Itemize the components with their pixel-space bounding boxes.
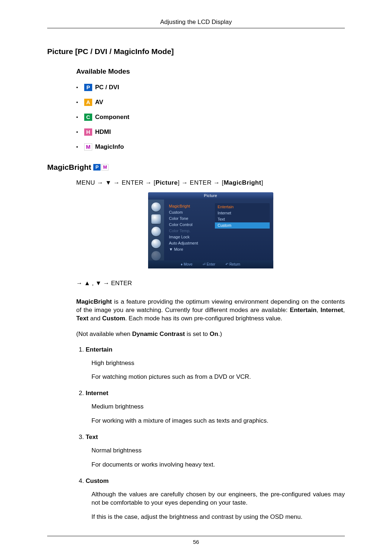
list-item-text: For working with a mixture of images suc… <box>91 417 345 425</box>
osd-footer-return: ↶ Return <box>225 262 240 267</box>
nav-path-bold: Picture <box>156 179 178 186</box>
osd-option: Custom <box>215 222 270 229</box>
list-item-text: Normal brightness <box>91 447 345 455</box>
page-number: 56 <box>193 539 199 545</box>
osd-side-icon <box>151 214 161 224</box>
bullet-icon: • <box>76 129 84 136</box>
osd-item: Color Control <box>169 222 213 228</box>
nav-path: MENU → ▼ → ENTER → [Picture] → ENTER → [… <box>76 179 345 187</box>
nav-path-seg: ] <box>261 179 263 186</box>
osd-option: Entertain <box>215 204 270 210</box>
list-item-text: High brightness <box>91 359 345 368</box>
mode-label: PC / DVI <box>95 83 119 92</box>
mode-label: MagicInfo <box>95 143 124 151</box>
section-title: Picture [PC / DVI / MagicInfo Mode] <box>47 46 345 57</box>
feature-title-text: MagicBright <box>47 162 91 172</box>
mode-item: • M MagicInfo <box>76 143 345 151</box>
mode-badge-m: M <box>84 143 92 151</box>
title-badge-p-icon: P <box>93 164 101 171</box>
osd-option: Internet <box>215 210 270 216</box>
list-item-text: Medium brightness <box>91 403 345 411</box>
osd-item: Color Tone <box>169 216 213 222</box>
list-item-title: Custom <box>86 477 345 485</box>
mode-badge-p: P <box>84 84 92 91</box>
feature-title: MagicBright P M <box>47 162 345 172</box>
osd-item: Custom <box>169 209 213 216</box>
osd-option: Text <box>215 216 270 222</box>
nav-path-seg: MENU → ▼ → ENTER → [ <box>76 179 156 186</box>
desc-mode: Custom <box>102 315 125 322</box>
nav-path-seg: ] → ENTER → [ <box>178 179 224 186</box>
osd-title: Picture <box>148 192 273 200</box>
osd-footer-move: ♦ Move <box>181 262 192 267</box>
osd-sidebar <box>148 200 164 260</box>
osd-footer: ♦ Move ⏎ Enter ↶ Return <box>148 260 273 268</box>
mode-badge-h: H <box>84 128 92 136</box>
osd-side-icon <box>151 227 161 236</box>
osd-menu-left: MagicBright Custom Color Tone Color Cont… <box>169 203 213 258</box>
bullet-icon: • <box>76 114 84 121</box>
title-badge-m-icon: M <box>101 164 109 171</box>
desc-mode: Text <box>76 315 89 322</box>
note-seg: is set to <box>185 331 210 337</box>
osd-item: Color Temp. <box>169 228 213 234</box>
bullet-icon: • <box>76 84 84 91</box>
mode-label: AV <box>95 98 103 107</box>
page-footer: 56 <box>47 536 345 546</box>
list-item: Entertain High brightness For watching m… <box>86 346 345 382</box>
mode-item: • H HDMI <box>76 128 345 136</box>
list-item-text: For documents or works involving heavy t… <box>91 461 345 469</box>
nav-path-bold: MagicBright <box>224 179 261 186</box>
list-item-title: Internet <box>86 389 345 398</box>
feature-description: MagicBright is a feature providing the o… <box>76 298 345 323</box>
mode-badge-a: A <box>84 99 92 106</box>
list-item: Custom Although the values are carefully… <box>86 477 345 521</box>
osd-item: Image Lock <box>169 234 213 240</box>
desc-tail: . Each mode has its own pre-configured b… <box>125 315 282 322</box>
desc-sep: , <box>343 307 345 313</box>
osd-menu-right: Entertain Internet Text Custom <box>213 203 270 258</box>
mode-label: HDMI <box>95 128 111 136</box>
available-modes-heading: Available Modes <box>76 67 345 76</box>
bullet-icon: • <box>76 144 84 151</box>
osd-item: Auto Adjustment <box>169 240 213 246</box>
mode-label: Component <box>95 113 129 122</box>
running-title: Adjusting the LCD Display <box>47 18 345 28</box>
mode-item: • A AV <box>76 98 345 107</box>
list-item-text: For watching motion pictures such as fro… <box>91 373 345 381</box>
osd-item: ▼ More <box>169 246 213 253</box>
available-modes-list: • P PC / DVI • A AV • C Component • H <box>76 83 345 151</box>
osd-side-icon <box>151 202 161 212</box>
desc-lead: MagicBright <box>76 298 112 305</box>
feature-note: (Not available when Dynamic Contrast is … <box>76 330 345 338</box>
list-item-text: Although the values are carefully chosen… <box>91 491 345 507</box>
mode-item: • P PC / DVI <box>76 83 345 92</box>
desc-mode: Internet <box>320 307 343 313</box>
nav-sequence: → ▲ , ▼ → ENTER <box>76 279 345 288</box>
desc-sep: , <box>317 307 320 313</box>
note-bold: Dynamic Contrast <box>132 331 185 337</box>
list-item: Text Normal brightness For documents or … <box>86 433 345 469</box>
note-bold: On <box>210 331 219 337</box>
bullet-icon: • <box>76 99 84 106</box>
osd-side-icon <box>151 251 161 260</box>
list-item-text: If this is the case, adjust the brightne… <box>91 513 345 521</box>
feature-list: Entertain High brightness For watching m… <box>76 346 345 521</box>
list-item: Internet Medium brightness For working w… <box>86 389 345 425</box>
mode-badge-c: C <box>84 114 92 121</box>
desc-sep: and <box>89 315 102 322</box>
osd-item: MagicBright <box>169 203 213 209</box>
list-item-title: Text <box>86 433 345 442</box>
note-seg: (Not available when <box>76 331 132 337</box>
list-item-title: Entertain <box>86 346 345 354</box>
osd-side-icon <box>151 239 161 249</box>
mode-item: • C Component <box>76 113 345 122</box>
osd-footer-enter: ⏎ Enter <box>203 262 215 267</box>
desc-mode: Entertain <box>290 307 317 313</box>
osd-screenshot: Picture MagicBright Custom Color Tone <box>148 192 273 268</box>
note-seg: .) <box>218 331 222 337</box>
